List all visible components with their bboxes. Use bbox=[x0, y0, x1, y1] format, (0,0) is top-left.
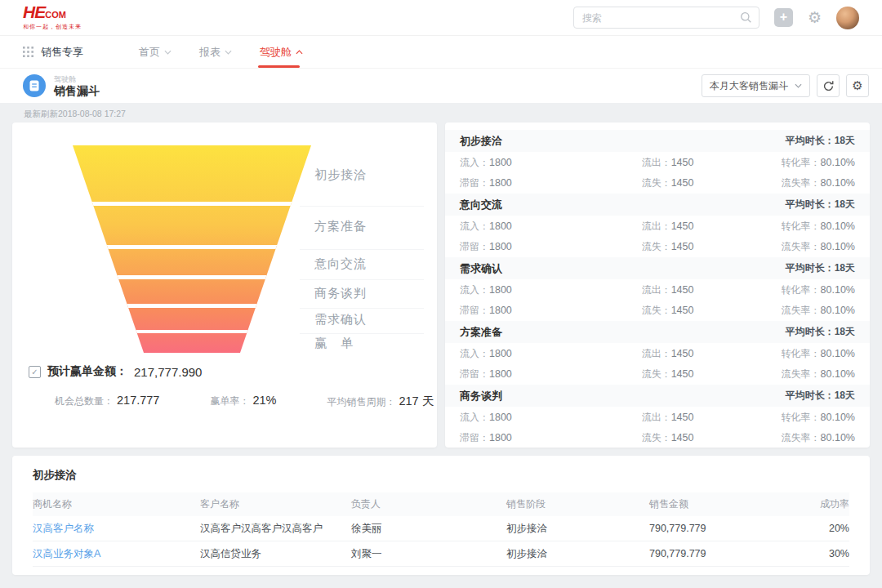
stage-section-header: 初步接洽 平均时长：18天 bbox=[445, 130, 870, 152]
metric-value: 1450 bbox=[671, 284, 694, 296]
column-header-5: 成功率 bbox=[800, 497, 849, 511]
topbar-actions: + ⚙ bbox=[573, 7, 859, 29]
metric-label: 滞留： bbox=[460, 368, 489, 380]
metric-value: 80.10% bbox=[821, 241, 855, 252]
metric-value: 1800 bbox=[489, 348, 512, 359]
metric-value: 1800 bbox=[489, 305, 512, 316]
search-box[interactable] bbox=[573, 7, 760, 29]
navbar: 销售专享 首页 报表 驾驶舱 bbox=[0, 36, 882, 69]
metric-value: 1450 bbox=[671, 432, 694, 443]
metric-label: 流失率： bbox=[782, 368, 821, 380]
funnel-stage-label-0: 初步接洽 bbox=[314, 167, 412, 183]
customer-name-cell: 汉高信贷业务 bbox=[200, 547, 351, 561]
metric-value: 80.10% bbox=[821, 305, 855, 316]
stage-section: 初步接洽 平均时长：18天 流入：1800 流出：1450 转化率：80.10%… bbox=[445, 130, 870, 193]
grid-icon bbox=[23, 47, 33, 57]
metric-label: 滞留： bbox=[460, 305, 489, 316]
sales-stage-cell: 初步接洽 bbox=[506, 522, 649, 536]
stage-metrics-row: 滞留：1800 流失：1450 流失率：80.10% bbox=[445, 427, 870, 448]
metric-label: 流出： bbox=[642, 412, 671, 423]
stage-metrics-row: 流入：1800 流出：1450 转化率：80.10% bbox=[445, 152, 870, 172]
funnel-filter-value: 本月大客销售漏斗 bbox=[710, 79, 788, 93]
table-body: 汉高客户名称 汉高客户汉高客户汉高客户 徐美丽 初步接洽 790,779.779… bbox=[33, 516, 849, 567]
metric-value: 1800 bbox=[489, 177, 512, 189]
funnel-stage-label-1: 方案准备 bbox=[314, 219, 412, 234]
metric-label: 流出： bbox=[642, 348, 671, 359]
topbar: HECOM 和你一起，创造未来 + ⚙ bbox=[0, 0, 882, 36]
metric-label: 转化率： bbox=[782, 284, 821, 296]
metric-label: 滞留： bbox=[460, 177, 489, 189]
nav-item-reports[interactable]: 报表 bbox=[199, 36, 232, 68]
funnel-stage-label-5: 赢 单 bbox=[314, 336, 412, 351]
refresh-button[interactable] bbox=[817, 74, 840, 97]
metric-value: 80.10% bbox=[821, 368, 855, 380]
nav-item-home[interactable]: 首页 bbox=[139, 36, 172, 68]
breadcrumb: 驾驶舱 bbox=[54, 75, 100, 84]
app-switcher[interactable]: 销售专享 bbox=[23, 45, 83, 60]
metric-label: 流失率： bbox=[782, 241, 821, 252]
metric-label: 流出： bbox=[642, 220, 671, 232]
stage-metrics-row: 滞留：1800 流失：1450 流失率：80.10% bbox=[445, 300, 870, 320]
metric-value: 80.10% bbox=[821, 220, 855, 232]
stage-avg-duration: 平均时长：18天 bbox=[786, 325, 855, 339]
funnel-separator bbox=[300, 333, 424, 334]
stage-metrics-row: 滞留：1800 流失：1450 流失率：80.10% bbox=[445, 363, 870, 384]
search-input[interactable] bbox=[574, 7, 759, 28]
column-header-0: 商机名称 bbox=[33, 497, 200, 511]
metric-label: 流入： bbox=[460, 412, 489, 423]
page-title: 销售漏斗 bbox=[54, 84, 100, 97]
metric-value: 80.10% bbox=[821, 412, 855, 423]
column-header-3: 销售阶段 bbox=[506, 497, 649, 511]
sales-amount-cell: 790,779.779 bbox=[649, 548, 800, 559]
stage-avg-duration: 平均时长：18天 bbox=[786, 198, 855, 212]
plus-icon: + bbox=[780, 11, 787, 24]
gear-icon[interactable]: ⚙ bbox=[808, 10, 822, 25]
checkbox-icon[interactable]: ✓ bbox=[29, 366, 41, 378]
opportunity-name-link[interactable]: 汉高客户名称 bbox=[33, 522, 200, 536]
nav-item-cockpit-label: 驾驶舱 bbox=[260, 45, 292, 60]
stage-section: 意向交流 平均时长：18天 流入：1800 流出：1450 转化率：80.10%… bbox=[445, 194, 870, 256]
metric-value: 1800 bbox=[489, 284, 512, 296]
metric-label: 流失： bbox=[642, 432, 671, 443]
metric-label: 转化率： bbox=[782, 348, 821, 359]
funnel-chart[interactable] bbox=[73, 145, 311, 353]
nav-menu: 首页 报表 驾驶舱 bbox=[139, 36, 303, 68]
stage-section: 方案准备 平均时长：18天 流入：1800 流出：1450 转化率：80.10%… bbox=[445, 321, 870, 384]
stage-metrics-card: 初步接洽 平均时长：18天 流入：1800 流出：1450 转化率：80.10%… bbox=[445, 122, 870, 448]
metric-label: 滞留： bbox=[460, 432, 489, 443]
metric-value: 1800 bbox=[489, 368, 512, 380]
metric-value: 1450 bbox=[671, 220, 694, 232]
table-row: 汉高业务对象A 汉高信贷业务 刘聚一 初步接洽 790,779.779 30% bbox=[33, 541, 849, 567]
funnel-card: 初步接洽方案准备意向交流商务谈判需求确认赢 单 ✓ 预计赢单金额： 217,77… bbox=[12, 122, 437, 448]
metric-label: 流入： bbox=[460, 220, 489, 232]
avatar[interactable] bbox=[836, 7, 859, 29]
sales-amount-cell: 790,779.779 bbox=[649, 523, 800, 534]
stat-value: 217 天 bbox=[399, 394, 434, 409]
metric-value: 1450 bbox=[671, 177, 694, 189]
stat-label: 机会总数量： bbox=[55, 394, 114, 408]
funnel-filter-select[interactable]: 本月大客销售漏斗 bbox=[702, 74, 810, 97]
metric-label: 流失： bbox=[642, 241, 671, 252]
dashboard-settings-button[interactable]: ⚙ bbox=[846, 74, 869, 97]
funnel-stage-label-2: 意向交流 bbox=[314, 256, 412, 272]
logo-com: COM bbox=[45, 10, 66, 20]
estimate-value: 217,777.990 bbox=[134, 365, 202, 379]
metric-label: 转化率： bbox=[782, 412, 821, 423]
estimate-label: 预计赢单金额： bbox=[47, 364, 127, 379]
hecom-logo: HECOM 和你一起，创造未来 bbox=[23, 5, 82, 31]
nav-item-cockpit[interactable]: 驾驶舱 bbox=[260, 36, 303, 68]
table-title: 初步接洽 bbox=[33, 456, 849, 483]
stage-section-title: 方案准备 bbox=[460, 325, 502, 340]
stat-label: 平均销售周期： bbox=[327, 395, 395, 409]
metric-value: 1800 bbox=[489, 412, 512, 423]
workspace-label: 销售专享 bbox=[41, 45, 83, 60]
stat-value: 217.777 bbox=[117, 394, 159, 407]
stage-section-title: 初步接洽 bbox=[460, 134, 502, 149]
stage-avg-duration: 平均时长：18天 bbox=[786, 389, 855, 403]
metric-label: 流失率： bbox=[782, 177, 821, 189]
opportunity-name-link[interactable]: 汉高业务对象A bbox=[33, 547, 200, 561]
stage-section: 商务谈判 平均时长：18天 流入：1800 流出：1450 转化率：80.10%… bbox=[445, 385, 870, 448]
metric-value: 1450 bbox=[671, 412, 694, 423]
add-button[interactable]: + bbox=[774, 8, 793, 27]
funnel-stats: 机会总数量： 217.777 赢单率： 21% 平均销售周期： 217 天 bbox=[55, 394, 434, 409]
